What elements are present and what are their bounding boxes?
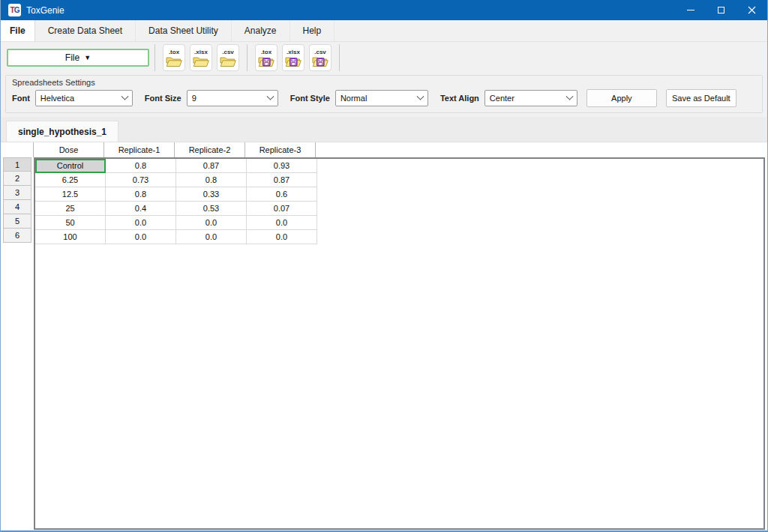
apply-button[interactable]: Apply (586, 89, 657, 107)
cell[interactable]: 0.8 (106, 187, 176, 202)
toolbar: File ▼ .tox .xlsx .csv (1, 42, 767, 73)
cell[interactable]: 0.0 (176, 216, 247, 230)
table-row: 50 0.0 0.0 0.0 (35, 216, 764, 230)
table-row: 100 0.0 0.0 0.0 (35, 230, 764, 244)
close-button[interactable] (736, 0, 767, 20)
grid-body: 1 2 3 4 5 6 Control 0.8 0.87 0.93 6.25 0… (1, 157, 767, 530)
toolbar-separator (247, 44, 248, 71)
table-row: 12.5 0.8 0.33 0.6 (35, 187, 764, 202)
spreadsheet: Dose Replicate-1 Replicate-2 Replicate-3… (1, 142, 767, 530)
menu-tab-help-label: Help (303, 25, 322, 36)
open-tox-label: .tox (169, 49, 179, 55)
row-header-2[interactable]: 2 (3, 172, 32, 186)
table-row: 6.25 0.73 0.8 0.87 (35, 173, 764, 187)
menu-tab-data-sheet-utility[interactable]: Data Sheet Utility (136, 20, 232, 41)
menu-tab-help[interactable]: Help (290, 20, 335, 41)
minimize-button[interactable] (675, 0, 706, 20)
row-header-4[interactable]: 4 (3, 200, 32, 214)
font-select[interactable]: Helvetica (35, 90, 133, 106)
cell[interactable]: 50 (35, 216, 106, 230)
maximize-icon (718, 7, 724, 13)
save-xlsx-button[interactable]: .xlsx (282, 44, 304, 71)
cell[interactable]: 0.33 (176, 187, 247, 202)
open-xlsx-label: .xlsx (194, 49, 208, 55)
column-header-replicate-2[interactable]: Replicate-2 (175, 142, 245, 157)
cell[interactable]: 0.4 (106, 202, 176, 216)
font-select-value: Helvetica (40, 94, 122, 103)
save-tox-button[interactable]: .tox (255, 44, 278, 71)
menu-tab-utility-label: Data Sheet Utility (148, 25, 218, 36)
open-folder-icon (166, 55, 182, 67)
row-header-column: 1 2 3 4 5 6 (1, 157, 34, 530)
font-size-label: Font Size (145, 94, 182, 103)
menu-tab-analyze-label: Analyze (244, 25, 277, 36)
corner-cell (1, 142, 34, 157)
cell[interactable]: 0.0 (106, 230, 176, 244)
open-xlsx-button[interactable]: .xlsx (190, 44, 212, 71)
open-folder-icon (220, 55, 236, 67)
cell[interactable]: 0.73 (106, 173, 176, 187)
title-bar: TG ToxGenie (1, 0, 767, 20)
column-header-replicate-1[interactable]: Replicate-1 (104, 142, 175, 157)
settings-group-label: Spreadsheets Settings (10, 77, 758, 89)
data-area: Control 0.8 0.87 0.93 6.25 0.73 0.8 0.87… (34, 157, 765, 530)
save-folder-icon (312, 55, 328, 67)
save-xlsx-label: .xlsx (286, 49, 300, 55)
chevron-down-icon (121, 92, 128, 100)
window-controls (675, 0, 767, 20)
cell[interactable]: 0.87 (247, 173, 317, 187)
cell[interactable]: 0.0 (247, 230, 317, 244)
dropdown-arrow-icon: ▼ (84, 54, 91, 61)
cell[interactable]: 0.93 (247, 159, 317, 173)
save-csv-button[interactable]: .csv (309, 44, 332, 71)
cell[interactable]: 0.8 (106, 159, 176, 173)
text-align-label: Text Align (440, 94, 479, 103)
column-header-dose[interactable]: Dose (34, 142, 104, 157)
row-header-1[interactable]: 1 (3, 157, 32, 172)
column-header-replicate-3[interactable]: Replicate-3 (245, 142, 316, 157)
file-dropdown-label: File (65, 52, 80, 63)
file-dropdown-button[interactable]: File ▼ (7, 49, 149, 67)
cell[interactable]: 12.5 (35, 187, 106, 202)
maximize-button[interactable] (706, 0, 736, 20)
menu-tab-file[interactable]: File (1, 20, 35, 41)
cell-dose-selected[interactable]: Control (35, 159, 106, 173)
save-tox-label: .tox (261, 49, 272, 55)
row-header-5[interactable]: 5 (3, 214, 32, 229)
save-folder-icon (285, 55, 302, 67)
open-csv-button[interactable]: .csv (217, 44, 239, 71)
menu-tab-analyze[interactable]: Analyze (232, 20, 290, 41)
column-header-row: Dose Replicate-1 Replicate-2 Replicate-3 (1, 142, 767, 157)
open-tox-button[interactable]: .tox (163, 44, 185, 71)
cell[interactable]: 0.0 (176, 230, 247, 244)
cell[interactable]: 6.25 (35, 173, 106, 187)
cell[interactable]: 0.53 (176, 202, 247, 216)
table-row: Control 0.8 0.87 0.93 (35, 159, 764, 173)
cell[interactable]: 0.87 (176, 159, 247, 173)
save-as-default-button[interactable]: Save as Default (666, 89, 736, 107)
row-header-3[interactable]: 3 (3, 186, 32, 200)
cell[interactable]: 0.8 (176, 173, 247, 187)
toolbar-separator (154, 44, 155, 71)
font-style-label: Font Style (290, 94, 330, 103)
cell[interactable]: 25 (35, 202, 106, 216)
menu-tab-create-data-sheet[interactable]: Create Data Sheet (35, 20, 136, 41)
app-window: TG ToxGenie File Create Data Sheet Data … (0, 0, 768, 532)
font-style-select[interactable]: Normal (335, 90, 428, 106)
save-folder-icon (258, 55, 274, 67)
chevron-down-icon (566, 92, 573, 100)
tab-single-hypothesis-1[interactable]: single_hypothesis_1 (6, 121, 118, 142)
row-header-6[interactable]: 6 (3, 229, 32, 243)
toolbar-separator (339, 44, 340, 71)
window-title: ToxGenie (26, 5, 64, 16)
cell[interactable]: 100 (35, 230, 106, 244)
cell[interactable]: 0.6 (247, 187, 317, 202)
cell[interactable]: 0.07 (247, 202, 317, 216)
font-size-select[interactable]: 9 (187, 90, 278, 106)
font-size-select-value: 9 (192, 94, 268, 103)
cell[interactable]: 0.0 (106, 216, 176, 230)
text-align-select[interactable]: Center (484, 90, 578, 106)
text-align-select-value: Center (490, 94, 567, 103)
minimize-icon (687, 10, 694, 10)
cell[interactable]: 0.0 (247, 216, 317, 230)
